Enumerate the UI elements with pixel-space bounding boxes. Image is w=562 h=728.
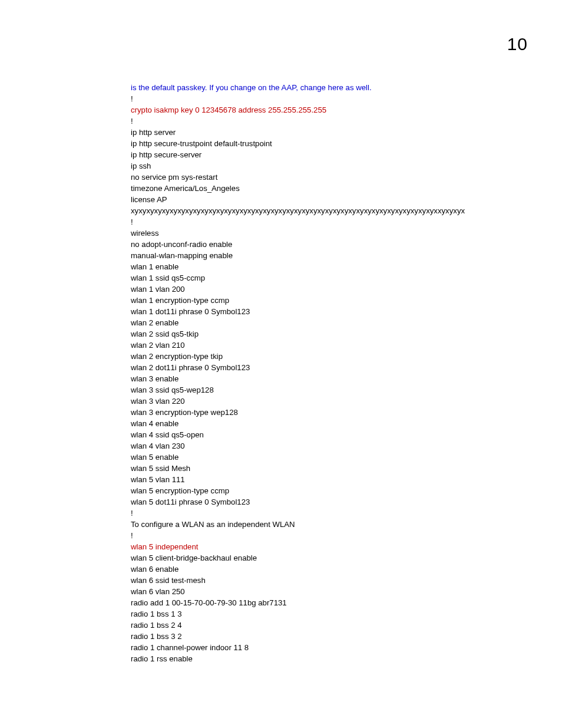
config-line: wlan 3 vlan 220 — [131, 396, 537, 407]
config-line: wireless — [131, 228, 537, 239]
config-line: wlan 5 encryption-type ccmp — [131, 485, 537, 496]
config-line: ! — [131, 216, 537, 228]
config-line: wlan 2 dot11i phrase 0 Symbol123 — [131, 362, 537, 373]
config-line: timezone America/Los_Angeles — [131, 183, 537, 194]
config-line: wlan 1 encryption-type ccmp — [131, 295, 537, 306]
config-line: wlan 5 client-bridge-backhaul enable — [131, 552, 537, 564]
config-line: wlan 4 enable — [131, 418, 537, 429]
config-line: radio 1 channel-power indoor 11 8 — [131, 642, 537, 653]
config-line: wlan 4 ssid qs5-open — [131, 429, 537, 440]
config-line: wlan 1 dot11i phrase 0 Symbol123 — [131, 306, 537, 317]
config-line: wlan 3 encryption-type wep128 — [131, 407, 537, 418]
config-line: ip http secure-trustpoint default-trustp… — [131, 138, 537, 149]
config-body: is the default passkey. If you change on… — [131, 82, 537, 664]
config-line: wlan 1 enable — [131, 261, 537, 272]
config-line: ip ssh — [131, 160, 537, 172]
config-line: wlan 5 vlan 111 — [131, 474, 537, 485]
config-line: wlan 2 ssid qs5-tkip — [131, 328, 537, 340]
config-line: wlan 5 enable — [131, 452, 537, 463]
config-line: wlan 3 enable — [131, 373, 537, 384]
config-line: wlan 3 ssid qs5-wep128 — [131, 384, 537, 396]
config-line: manual-wlan-mapping enable — [131, 250, 537, 261]
config-line: wlan 1 ssid qs5-ccmp — [131, 272, 537, 284]
config-line: crypto isakmp key 0 12345678 address 255… — [131, 104, 537, 116]
config-line: wlan 2 encryption-type tkip — [131, 351, 537, 362]
config-line: ! — [131, 93, 537, 104]
config-line: xyxyxyxyxyxyxyxyxyxyxyxyxyxyxyxyxyxyxyxy… — [131, 205, 537, 216]
config-line: wlan 1 vlan 200 — [131, 284, 537, 295]
config-line: wlan 6 vlan 250 — [131, 586, 537, 597]
config-line: radio 1 bss 3 2 — [131, 631, 537, 642]
config-line: wlan 6 enable — [131, 564, 537, 575]
page-number: 10 — [507, 34, 528, 54]
config-line: license AP — [131, 194, 537, 205]
config-line: radio 1 bss 1 3 — [131, 608, 537, 620]
config-line: wlan 4 vlan 230 — [131, 440, 537, 452]
config-line: wlan 2 enable — [131, 317, 537, 328]
config-line: wlan 5 independent — [131, 541, 537, 552]
config-line: ! — [131, 116, 537, 127]
config-line: ip http secure-server — [131, 149, 537, 160]
config-line: wlan 5 dot11i phrase 0 Symbol123 — [131, 496, 537, 508]
config-line: wlan 5 ssid Mesh — [131, 463, 537, 474]
config-line: ip http server — [131, 127, 537, 138]
config-line: ! — [131, 508, 537, 519]
config-line: To configure a WLAN as an independent WL… — [131, 519, 537, 530]
config-line: no adopt-unconf-radio enable — [131, 239, 537, 250]
config-line: radio 1 rss enable — [131, 653, 537, 664]
config-line: ! — [131, 530, 537, 541]
config-line: is the default passkey. If you change on… — [131, 82, 537, 93]
config-line: wlan 6 ssid test-mesh — [131, 575, 537, 586]
config-line: radio add 1 00-15-70-00-79-30 11bg abr71… — [131, 597, 537, 608]
config-line: wlan 2 vlan 210 — [131, 340, 537, 351]
config-line: radio 1 bss 2 4 — [131, 620, 537, 631]
config-line: no service pm sys-restart — [131, 172, 537, 183]
